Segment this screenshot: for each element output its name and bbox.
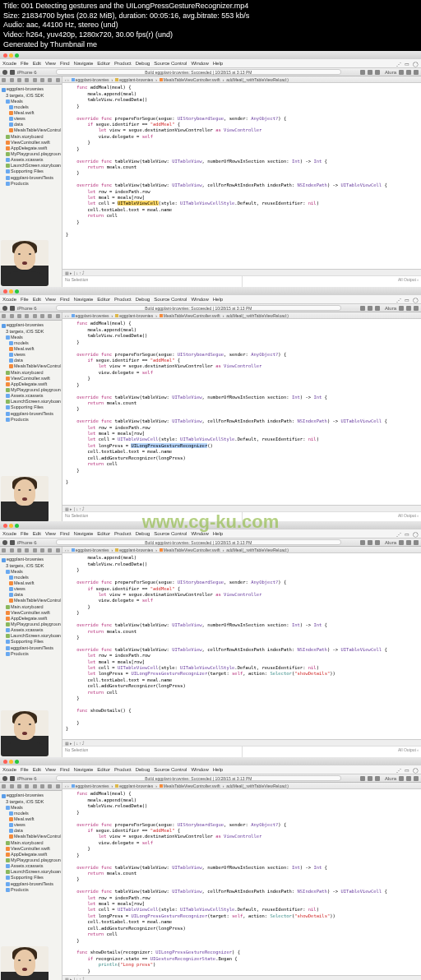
folder-tab-icon[interactable] xyxy=(2,78,6,82)
nav-supporting-files[interactable]: Supporting Files xyxy=(1,169,61,174)
console-output[interactable]: All Output ‹ xyxy=(243,276,422,287)
stop-button[interactable] xyxy=(10,70,15,75)
jump-project[interactable]: eggplant-brownies xyxy=(76,77,109,82)
jump-bar[interactable]: ‹ › eggplant-brownies › eggplant-brownie… xyxy=(62,783,421,789)
test-tab-icon[interactable] xyxy=(33,78,37,82)
menu-file[interactable]: File xyxy=(21,297,29,302)
stop-button[interactable] xyxy=(10,776,15,781)
menu-navigate[interactable]: Navigate xyxy=(74,61,94,66)
minimize-traffic-light[interactable] xyxy=(9,289,13,294)
panel-toggle-bottom-icon[interactable] xyxy=(406,776,411,781)
nav-mealstableviewcontroller-swift[interactable]: MealsTableViewController.swift xyxy=(1,363,61,369)
menu-xcode[interactable]: Xcode xyxy=(2,531,16,536)
test-tab-icon[interactable] xyxy=(33,314,37,318)
run-button[interactable] xyxy=(2,306,7,311)
editor-mode-assistant-icon[interactable] xyxy=(368,306,372,311)
panel-toggle-right-icon[interactable] xyxy=(414,540,419,545)
menu-editor[interactable]: Editor xyxy=(97,61,110,66)
stop-button[interactable] xyxy=(10,540,15,545)
editor-mode-assistant-icon[interactable] xyxy=(368,540,372,545)
breakpoint-tab-icon[interactable] xyxy=(48,784,52,788)
menu-view[interactable]: View xyxy=(45,531,56,536)
debug-tab-icon[interactable] xyxy=(40,78,44,82)
nav-data[interactable]: data xyxy=(1,358,61,363)
menu-help[interactable]: Help xyxy=(213,297,223,302)
nav-3-targets-ios-sdk[interactable]: 3 targets, iOS SDK xyxy=(1,93,61,99)
nav-products[interactable]: Products xyxy=(1,651,61,657)
run-button[interactable] xyxy=(2,70,7,75)
report-tab-icon[interactable] xyxy=(56,784,60,788)
console-output[interactable]: All Output ‹ xyxy=(243,747,422,757)
editor-mode-assistant-icon[interactable] xyxy=(368,70,372,75)
jump-symbol[interactable]: addMeal(_:withTableViewReload:) xyxy=(226,548,289,552)
nav-eggplant-brownies[interactable]: eggplant-brownies xyxy=(1,793,61,798)
nav-main-storyboard[interactable]: Main.storyboard xyxy=(1,134,61,140)
editor-mode-standard-icon[interactable] xyxy=(360,540,365,545)
run-button[interactable] xyxy=(2,540,7,545)
nav-launchscreen-storyboard[interactable]: LaunchScreen.storyboard xyxy=(1,399,61,404)
menu-xcode[interactable]: Xcode xyxy=(2,767,16,772)
menu-navigate[interactable]: Navigate xyxy=(74,297,94,302)
report-tab-icon[interactable] xyxy=(56,314,60,318)
nav-myplayground-playground[interactable]: MyPlayground.playground xyxy=(1,622,61,627)
menu-window[interactable]: Window xyxy=(191,531,208,536)
menu-view[interactable]: View xyxy=(45,61,56,66)
menu-product[interactable]: Product xyxy=(114,61,132,66)
close-traffic-light[interactable] xyxy=(3,289,7,294)
report-tab-icon[interactable] xyxy=(56,78,60,82)
menu-xcode[interactable]: Xcode xyxy=(2,61,16,66)
nav-eggplant-brownitests[interactable]: eggplant-browniTests xyxy=(1,881,61,887)
nav-models[interactable]: models xyxy=(1,811,61,816)
editor-mode-standard-icon[interactable] xyxy=(360,70,365,75)
nav-main-storyboard[interactable]: Main.storyboard xyxy=(1,370,61,376)
nav-viewcontroller-swift[interactable]: ViewController.swift xyxy=(1,846,61,852)
close-traffic-light[interactable] xyxy=(3,760,7,764)
debug-tab-icon[interactable] xyxy=(40,784,44,788)
menu-navigate[interactable]: Navigate xyxy=(74,767,94,772)
nav-data[interactable]: data xyxy=(1,122,61,127)
nav-meal-swift[interactable]: Meal.swift xyxy=(1,346,61,352)
nav-views[interactable]: views xyxy=(1,822,61,828)
menu-file[interactable]: File xyxy=(21,531,29,536)
editor-mode-version-icon[interactable] xyxy=(375,776,380,781)
nav-3-targets-ios-sdk[interactable]: 3 targets, iOS SDK xyxy=(1,799,61,805)
menu-source-control[interactable]: Source Control xyxy=(154,297,187,302)
nav-views[interactable]: views xyxy=(1,116,61,122)
nav-eggplant-brownitests[interactable]: eggplant-browniTests xyxy=(1,175,61,181)
menu-debug[interactable]: Debug xyxy=(136,297,150,302)
nav-products[interactable]: Products xyxy=(1,181,61,187)
symbol-tab-icon[interactable] xyxy=(10,548,14,552)
zoom-traffic-light[interactable] xyxy=(15,524,19,528)
nav-appdelegate-swift[interactable]: AppDelegate.swift xyxy=(1,616,61,622)
code-editor[interactable]: func addMeal(meal) { meals.append(meal) … xyxy=(62,789,421,975)
menu-help[interactable]: Help xyxy=(213,531,223,536)
issue-tab-icon[interactable] xyxy=(25,784,29,788)
nav-meals[interactable]: Meals xyxy=(1,335,61,340)
menu-source-control[interactable]: Source Control xyxy=(154,61,187,66)
console-toolbar[interactable]: ▦ ▸ | ↓ ↑ ⤴ xyxy=(62,976,421,980)
nav-views[interactable]: views xyxy=(1,352,61,358)
console-toolbar[interactable]: ▦ ▸ | ↓ ↑ ⤴ xyxy=(62,270,421,276)
jump-file[interactable]: MealsTableViewController.swift xyxy=(164,313,220,318)
menu-debug[interactable]: Debug xyxy=(136,531,150,536)
navigator-tabs[interactable] xyxy=(0,76,62,85)
nav-mealstableviewcontroller-swift[interactable]: MealsTableViewController.swift xyxy=(1,598,61,603)
nav-meals[interactable]: Meals xyxy=(1,99,61,104)
nav-launchscreen-storyboard[interactable]: LaunchScreen.storyboard xyxy=(1,163,61,169)
nav-main-storyboard[interactable]: Main.storyboard xyxy=(1,840,61,846)
panel-toggle-left-icon[interactable] xyxy=(399,70,404,75)
navigator-tabs[interactable] xyxy=(0,312,62,321)
nav-products[interactable]: Products xyxy=(1,887,61,893)
editor-mode-assistant-icon[interactable] xyxy=(368,776,372,781)
menu-debug[interactable]: Debug xyxy=(136,767,150,772)
panel-toggle-left-icon[interactable] xyxy=(399,540,404,545)
nav-meals[interactable]: Meals xyxy=(1,569,61,575)
debug-tab-icon[interactable] xyxy=(40,548,44,552)
debug-tab-icon[interactable] xyxy=(40,314,44,318)
menu-editor[interactable]: Editor xyxy=(97,767,110,772)
nav-eggplant-brownitests[interactable]: eggplant-browniTests xyxy=(1,411,61,417)
panel-toggle-left-icon[interactable] xyxy=(399,776,404,781)
nav-viewcontroller-swift[interactable]: ViewController.swift xyxy=(1,376,61,381)
editor-mode-version-icon[interactable] xyxy=(375,540,380,545)
issue-tab-icon[interactable] xyxy=(25,314,29,318)
